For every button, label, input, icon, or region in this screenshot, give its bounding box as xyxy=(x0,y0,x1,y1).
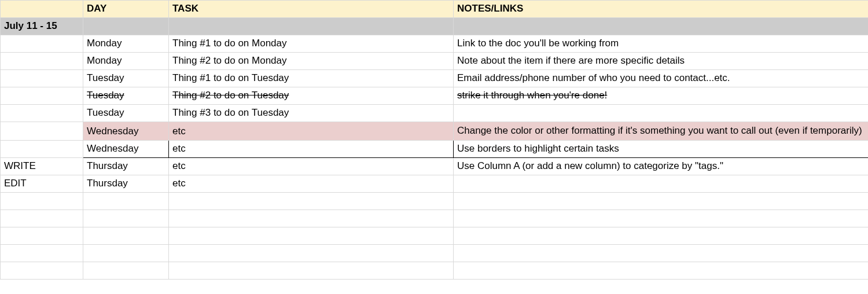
cell-notes[interactable] xyxy=(454,175,869,192)
cell-day[interactable] xyxy=(83,244,169,262)
cell-notes[interactable] xyxy=(454,244,869,262)
cell-task[interactable]: Thing #3 to do on Tuesday xyxy=(169,105,454,122)
cell-day[interactable]: Monday xyxy=(83,53,169,70)
table-row[interactable] xyxy=(1,262,869,279)
header-notes[interactable]: NOTES/LINKS xyxy=(454,1,869,18)
cell-task[interactable]: etc xyxy=(169,122,454,141)
cell-tag[interactable]: WRITE xyxy=(1,157,83,175)
cell-task[interactable]: Thing #2 to do on Monday xyxy=(169,53,454,70)
cell-notes[interactable] xyxy=(454,105,869,122)
cell-task[interactable]: Thing #2 to do on Tuesday xyxy=(169,87,454,105)
cell-day[interactable] xyxy=(83,262,169,279)
cell-day[interactable]: Wednesday xyxy=(83,122,169,141)
cell-tag[interactable] xyxy=(1,192,83,210)
cell-task[interactable] xyxy=(169,227,454,244)
task-table[interactable]: DAY TASK NOTES/LINKS July 11 - 15 Monday… xyxy=(0,0,868,280)
table-row[interactable]: TuesdayThing #3 to do on Tuesday xyxy=(1,105,869,122)
cell-tag[interactable] xyxy=(1,122,83,141)
cell-tag[interactable] xyxy=(1,105,83,122)
cell-notes[interactable] xyxy=(454,210,869,227)
cell-tag[interactable] xyxy=(1,70,83,87)
week-row[interactable]: July 11 - 15 xyxy=(1,18,869,35)
cell-day[interactable] xyxy=(83,210,169,227)
cell-task[interactable]: etc xyxy=(169,157,454,175)
cell-day[interactable]: Monday xyxy=(83,35,169,53)
table-row[interactable]: MondayThing #1 to do on MondayLink to th… xyxy=(1,35,869,53)
table-row[interactable] xyxy=(1,227,869,244)
cell-day[interactable] xyxy=(83,192,169,210)
cell-notes[interactable] xyxy=(454,192,869,210)
table-row[interactable]: TuesdayThing #1 to do on TuesdayEmail ad… xyxy=(1,70,869,87)
cell-tag[interactable] xyxy=(1,262,83,279)
week-empty-day[interactable] xyxy=(83,18,169,35)
cell-notes[interactable] xyxy=(454,227,869,244)
cell-task[interactable]: etc xyxy=(169,175,454,192)
header-day[interactable]: DAY xyxy=(83,1,169,18)
header-row[interactable]: DAY TASK NOTES/LINKS xyxy=(1,1,869,18)
cell-day[interactable]: Wednesday xyxy=(83,140,169,157)
cell-notes[interactable]: Change the color or other formatting if … xyxy=(454,122,869,141)
cell-day[interactable]: Tuesday xyxy=(83,87,169,105)
cell-tag[interactable] xyxy=(1,87,83,105)
cell-tag[interactable]: EDIT xyxy=(1,175,83,192)
table-row[interactable] xyxy=(1,192,869,210)
cell-notes[interactable]: Use borders to highlight certain tasks xyxy=(454,140,869,157)
cell-day[interactable]: Thursday xyxy=(83,157,169,175)
cell-tag[interactable] xyxy=(1,210,83,227)
cell-tag[interactable] xyxy=(1,53,83,70)
week-label[interactable]: July 11 - 15 xyxy=(1,18,83,35)
cell-task[interactable] xyxy=(169,210,454,227)
cell-tag[interactable] xyxy=(1,35,83,53)
table-row[interactable] xyxy=(1,210,869,227)
cell-task[interactable] xyxy=(169,244,454,262)
cell-notes[interactable]: Use Column A (or add a new column) to ca… xyxy=(454,157,869,175)
table-row[interactable] xyxy=(1,244,869,262)
week-empty-notes[interactable] xyxy=(454,18,869,35)
table-row[interactable]: WednesdayetcUse borders to highlight cer… xyxy=(1,140,869,157)
cell-tag[interactable] xyxy=(1,244,83,262)
cell-day[interactable]: Thursday xyxy=(83,175,169,192)
table-row[interactable]: WRITEThursdayetcUse Column A (or add a n… xyxy=(1,157,869,175)
table-row[interactable]: WednesdayetcChange the color or other fo… xyxy=(1,122,869,141)
cell-notes[interactable] xyxy=(454,262,869,279)
cell-day[interactable]: Tuesday xyxy=(83,70,169,87)
cell-task[interactable]: etc xyxy=(169,140,454,157)
cell-task[interactable] xyxy=(169,192,454,210)
cell-task[interactable]: Thing #1 to do on Monday xyxy=(169,35,454,53)
table-row[interactable]: EDITThursdayetc xyxy=(1,175,869,192)
cell-notes[interactable]: Email address/phone number of who you ne… xyxy=(454,70,869,87)
week-empty-task[interactable] xyxy=(169,18,454,35)
cell-day[interactable]: Tuesday xyxy=(83,105,169,122)
cell-tag[interactable] xyxy=(1,140,83,157)
table-row[interactable]: MondayThing #2 to do on MondayNote about… xyxy=(1,53,869,70)
cell-day[interactable] xyxy=(83,227,169,244)
cell-notes[interactable]: Note about the item if there are more sp… xyxy=(454,53,869,70)
cell-tag[interactable] xyxy=(1,227,83,244)
cell-notes[interactable]: strike it through when you're done! xyxy=(454,87,869,105)
table-row[interactable]: TuesdayThing #2 to do on Tuesdaystrike i… xyxy=(1,87,869,105)
cell-task[interactable]: Thing #1 to do on Tuesday xyxy=(169,70,454,87)
header-tag[interactable] xyxy=(1,1,83,18)
cell-notes[interactable]: Link to the doc you'll be working from xyxy=(454,35,869,53)
header-task[interactable]: TASK xyxy=(169,1,454,18)
cell-task[interactable] xyxy=(169,262,454,279)
